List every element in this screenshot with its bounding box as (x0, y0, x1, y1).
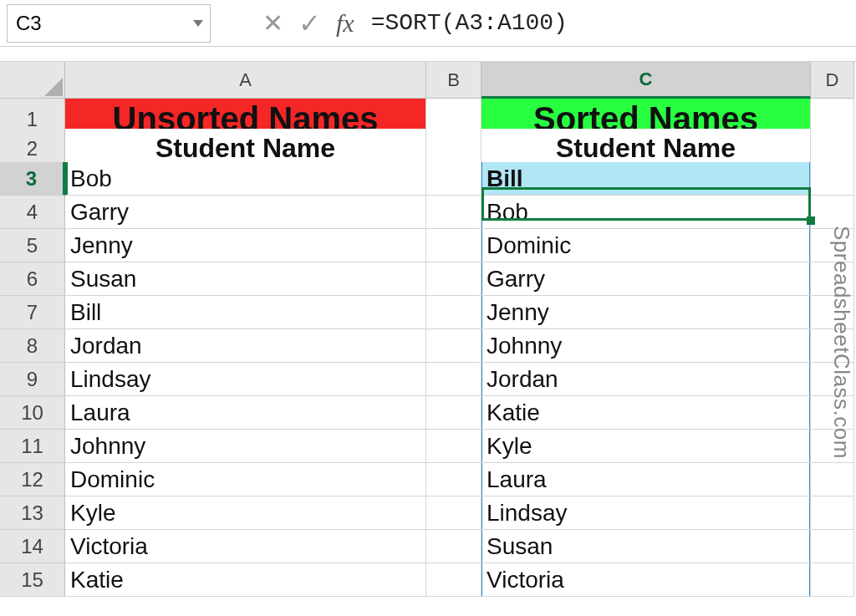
row-header-9[interactable]: 9 (0, 363, 65, 396)
cell-B9[interactable] (426, 363, 482, 396)
row-header-5[interactable]: 5 (0, 229, 65, 262)
cell-D4[interactable] (811, 196, 854, 229)
cell-A13[interactable]: Kyle (65, 496, 426, 530)
row-header-10[interactable]: 10 (0, 396, 65, 430)
cell-D14[interactable] (811, 530, 854, 563)
row-header-13[interactable]: 13 (0, 496, 65, 530)
row-header-4[interactable]: 4 (0, 196, 65, 229)
cell-A11[interactable]: Johnny (65, 430, 426, 463)
row-header-8[interactable]: 8 (0, 329, 65, 363)
cell-A5[interactable]: Jenny (65, 229, 426, 262)
cell-C12[interactable]: Laura (482, 463, 811, 496)
cell-C6[interactable]: Garry (482, 262, 811, 296)
cell-C7[interactable]: Jenny (482, 296, 811, 329)
row-header-14[interactable]: 14 (0, 530, 65, 563)
row-header-6[interactable]: 6 (0, 262, 65, 296)
formula-bar: C3 ✕ ✓ fx (0, 0, 856, 47)
formula-bar-buttons: ✕ ✓ fx (262, 8, 354, 39)
cell-B13[interactable] (426, 496, 482, 530)
cell-C14[interactable]: Susan (482, 530, 811, 563)
cell-A4[interactable]: Garry (65, 196, 426, 229)
name-box[interactable]: C3 (7, 4, 211, 43)
cell-C8[interactable]: Johnny (482, 329, 811, 363)
cell-B8[interactable] (426, 329, 482, 363)
col-header-C[interactable]: C (482, 62, 811, 99)
cell-A3[interactable]: Bob (65, 162, 426, 196)
cell-C5[interactable]: Dominic (482, 229, 811, 262)
row-header-15[interactable]: 15 (0, 563, 65, 597)
col-header-B[interactable]: B (426, 62, 482, 99)
cell-C15[interactable]: Victoria (482, 563, 811, 597)
cell-B5[interactable] (426, 229, 482, 262)
cell-B11[interactable] (426, 430, 482, 463)
col-header-D[interactable]: D (811, 62, 854, 99)
cell-B4[interactable] (426, 196, 482, 229)
cell-C11[interactable]: Kyle (482, 430, 811, 463)
cell-D15[interactable] (811, 563, 854, 597)
formula-input[interactable] (364, 4, 849, 43)
row-header-11[interactable]: 11 (0, 430, 65, 463)
toolbar-spacer (0, 47, 856, 62)
col-header-A[interactable]: A (65, 62, 426, 99)
cell-A12[interactable]: Dominic (65, 463, 426, 496)
cell-B15[interactable] (426, 563, 482, 597)
row-header-7[interactable]: 7 (0, 296, 65, 329)
select-all-corner[interactable] (0, 62, 65, 99)
cell-A15[interactable]: Katie (65, 563, 426, 597)
row-header-12[interactable]: 12 (0, 463, 65, 496)
cell-A9[interactable]: Lindsay (65, 363, 426, 396)
cell-C13[interactable]: Lindsay (482, 496, 811, 530)
cell-C9[interactable]: Jordan (482, 363, 811, 396)
cell-B6[interactable] (426, 262, 482, 296)
confirm-icon[interactable]: ✓ (298, 8, 321, 39)
watermark-text: SpreadsheetClass.com (828, 226, 854, 459)
cell-C4[interactable]: Bob (482, 196, 811, 229)
cell-A14[interactable]: Victoria (65, 530, 426, 563)
cancel-icon[interactable]: ✕ (262, 8, 283, 38)
cell-D12[interactable] (811, 463, 854, 496)
selection-fill-handle[interactable] (807, 216, 815, 225)
cell-B10[interactable] (426, 396, 482, 430)
fx-icon[interactable]: fx (336, 9, 354, 38)
cell-C3[interactable]: Bill (482, 162, 811, 196)
cell-A10[interactable]: Laura (65, 396, 426, 430)
cell-D13[interactable] (811, 496, 854, 530)
cell-A6[interactable]: Susan (65, 262, 426, 296)
cell-B3[interactable] (426, 162, 482, 196)
spreadsheet-grid[interactable]: A B C D 1 Unsorted Names Sorted Names 2 … (0, 62, 856, 597)
cell-B12[interactable] (426, 463, 482, 496)
row-header-3[interactable]: 3 (0, 162, 65, 196)
name-box-dropdown-icon[interactable] (193, 20, 203, 27)
cell-C10[interactable]: Katie (482, 396, 811, 430)
name-box-value: C3 (16, 12, 42, 35)
cell-A7[interactable]: Bill (65, 296, 426, 329)
cell-D3[interactable] (811, 162, 854, 196)
cell-A8[interactable]: Jordan (65, 329, 426, 363)
cell-B7[interactable] (426, 296, 482, 329)
cell-B14[interactable] (426, 530, 482, 563)
